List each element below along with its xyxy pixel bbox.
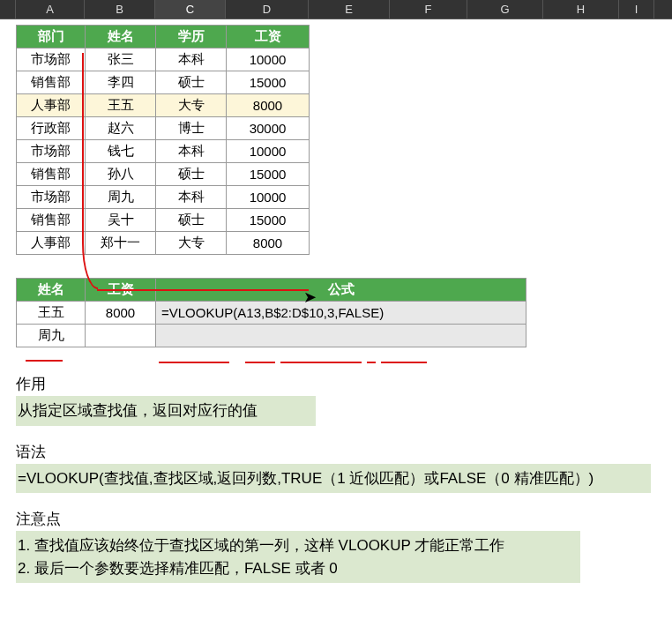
col-header-G[interactable]: G [467, 0, 543, 19]
tip-1: 1. 查找值应该始终位于查找区域的第一列，这样 VLOOKUP 才能正常工作 [18, 534, 579, 557]
syntax-title: 语法 [16, 442, 672, 462]
col-header-A[interactable]: A [16, 0, 85, 19]
t1-dept-4[interactable]: 市场部 [17, 140, 86, 163]
t1-dept-1[interactable]: 销售部 [17, 71, 86, 94]
t1-name-1[interactable]: 李四 [86, 71, 156, 94]
t1-salary-4[interactable]: 10000 [227, 140, 310, 163]
t1-edu-8[interactable]: 大专 [156, 232, 227, 255]
t1-name-0[interactable]: 张三 [86, 49, 156, 71]
table-row[interactable]: 市场部张三本科10000 [17, 49, 310, 71]
t1-dept-8[interactable]: 人事部 [17, 232, 86, 255]
t1-name-2[interactable]: 王五 [86, 94, 156, 117]
grid-body[interactable]: 部门 姓名 学历 工资 市场部张三本科10000销售部李四硕士15000人事部王… [0, 25, 672, 583]
t2-header-name[interactable]: 姓名 [17, 279, 86, 302]
t1-edu-7[interactable]: 硕士 [156, 209, 227, 232]
t2-header-formula[interactable]: 公式 [156, 279, 526, 302]
t1-edu-5[interactable]: 硕士 [156, 163, 227, 186]
tips-title: 注意点 [16, 509, 672, 529]
col-header-C[interactable]: C [155, 0, 226, 19]
purpose-title: 作用 [16, 374, 672, 394]
col-header-E[interactable]: E [309, 0, 390, 19]
t1-edu-1[interactable]: 硕士 [156, 71, 227, 94]
t1-dept-0[interactable]: 市场部 [17, 49, 86, 71]
data-table-1[interactable]: 部门 姓名 学历 工资 市场部张三本科10000销售部李四硕士15000人事部王… [16, 25, 310, 255]
table-row[interactable]: 市场部钱七本科10000 [17, 140, 310, 163]
t1-name-6[interactable]: 周九 [86, 186, 156, 209]
col-header-I[interactable]: I [619, 0, 654, 19]
t1-salary-1[interactable]: 15000 [227, 71, 310, 94]
col-header-D[interactable]: D [226, 0, 309, 19]
col-header-F[interactable]: F [390, 0, 467, 19]
t1-dept-6[interactable]: 市场部 [17, 186, 86, 209]
tips-body: 1. 查找值应该始终位于查找区域的第一列，这样 VLOOKUP 才能正常工作 2… [16, 531, 580, 583]
t1-salary-3[interactable]: 30000 [227, 117, 310, 140]
column-header-row: A B C D E F G H I [0, 0, 672, 19]
t1-salary-2[interactable]: 8000 [227, 94, 310, 117]
t2-name-1[interactable]: 周九 [17, 325, 86, 347]
col-header-H[interactable]: H [543, 0, 619, 19]
t1-dept-5[interactable]: 销售部 [17, 163, 86, 186]
red-underline-a13 [245, 362, 275, 363]
t2-salary-1[interactable] [86, 325, 156, 347]
t1-header-salary[interactable]: 工资 [227, 26, 310, 49]
t2-formula-1[interactable] [156, 325, 526, 347]
t2-formula-0[interactable]: =VLOOKUP(A13,B$2:D$10,3,FALSE) [156, 302, 526, 325]
t1-salary-0[interactable]: 10000 [227, 49, 310, 71]
t1-name-7[interactable]: 吴十 [86, 209, 156, 232]
spreadsheet-area: A B C D E F G H I 部门 姓名 学历 工资 市场部张三本科100… [0, 0, 672, 627]
tip-2: 2. 最后一个参数要选择精准匹配，FALSE 或者 0 [18, 557, 579, 580]
t1-dept-7[interactable]: 销售部 [17, 209, 86, 232]
notes-section: 作用 从指定区域查找值，返回对应行的值 语法 =VLOOKUP(查找值,查找区域… [16, 374, 672, 583]
col-header-B[interactable]: B [85, 0, 155, 19]
t1-name-3[interactable]: 赵六 [86, 117, 156, 140]
red-underline-vlookup [159, 362, 229, 363]
table-row[interactable]: 销售部吴十硕士15000 [17, 209, 310, 232]
t1-edu-6[interactable]: 本科 [156, 186, 227, 209]
table-row[interactable]: 行政部赵六博士30000 [17, 117, 310, 140]
red-underline-wangwu [26, 360, 63, 362]
t1-salary-7[interactable]: 15000 [227, 209, 310, 232]
t1-salary-8[interactable]: 8000 [227, 232, 310, 255]
t1-edu-0[interactable]: 本科 [156, 49, 227, 71]
table-row[interactable]: 人事部郑十一大专8000 [17, 232, 310, 255]
table-row[interactable]: 市场部周九本科10000 [17, 186, 310, 209]
red-underline-range [280, 362, 362, 363]
purpose-body: 从指定区域查找值，返回对应行的值 [16, 396, 316, 426]
t1-header-name[interactable]: 姓名 [86, 26, 156, 49]
t1-salary-6[interactable]: 10000 [227, 186, 310, 209]
table-row[interactable]: 销售部李四硕士15000 [17, 71, 310, 94]
t1-dept-2[interactable]: 人事部 [17, 94, 86, 117]
t2-salary-0[interactable]: 8000 [86, 302, 156, 325]
lookup-table[interactable]: 姓名 工资 公式 王五 8000 =VLOOKUP(A13,B$2:D$10,3… [16, 278, 526, 347]
t1-salary-5[interactable]: 15000 [227, 163, 310, 186]
red-underline-false [381, 362, 427, 363]
t1-dept-3[interactable]: 行政部 [17, 117, 86, 140]
t1-name-8[interactable]: 郑十一 [86, 232, 156, 255]
select-all-stub[interactable] [0, 0, 16, 19]
table-row[interactable]: 王五 8000 =VLOOKUP(A13,B$2:D$10,3,FALSE) [17, 302, 526, 325]
t1-edu-2[interactable]: 大专 [156, 94, 227, 117]
t1-name-4[interactable]: 钱七 [86, 140, 156, 163]
red-underline-col [367, 362, 376, 363]
t2-header-salary[interactable]: 工资 [86, 279, 156, 302]
t1-name-5[interactable]: 孙八 [86, 163, 156, 186]
syntax-body: =VLOOKUP(查找值,查找区域,返回列数,TRUE（1 近似匹配）或FALS… [16, 464, 651, 494]
t2-name-0[interactable]: 王五 [17, 302, 86, 325]
table-row[interactable]: 周九 [17, 325, 526, 347]
table-row[interactable]: 人事部王五大专8000 [17, 94, 310, 117]
table-row[interactable]: 销售部孙八硕士15000 [17, 163, 310, 186]
t1-edu-4[interactable]: 本科 [156, 140, 227, 163]
t1-header-edu[interactable]: 学历 [156, 26, 227, 49]
t1-header-dept[interactable]: 部门 [17, 26, 86, 49]
t1-edu-3[interactable]: 博士 [156, 117, 227, 140]
